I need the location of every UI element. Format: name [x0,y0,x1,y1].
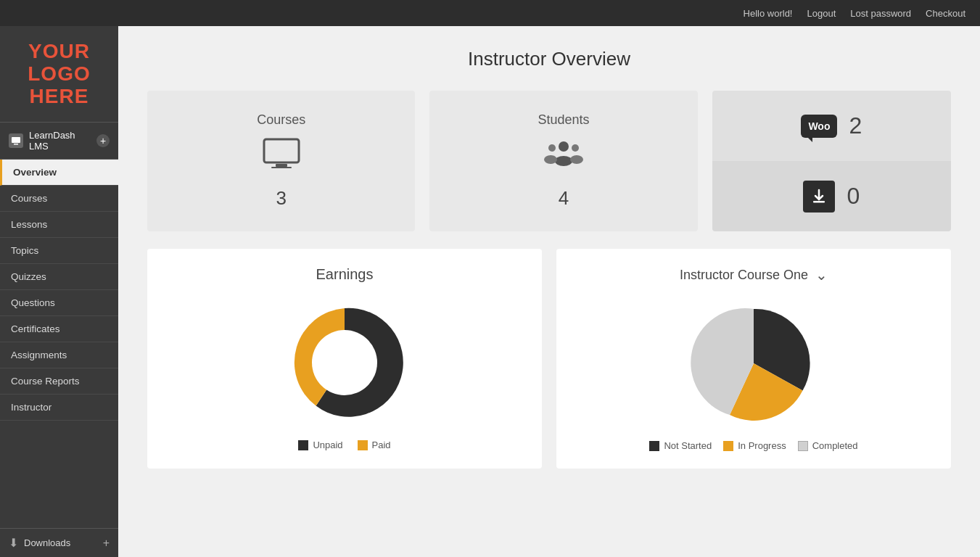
sidebar-learndash-section[interactable]: LearnDash LMS + [0,123,118,160]
svg-point-12 [312,330,377,395]
sidebar-item-certificates[interactable]: Certificates [0,316,118,342]
unpaid-label: Unpaid [313,440,342,450]
students-icon [543,138,584,177]
woo-card-bottom: 0 [712,161,951,231]
svg-rect-4 [271,167,292,168]
courses-card: Courses 3 [147,91,415,231]
sidebar-item-overview-label: Overview [13,167,57,178]
students-label: Students [538,112,589,128]
sidebar-item-course-reports[interactable]: Course Reports [0,368,118,395]
learndash-icon [9,133,23,148]
woo-card: Woo 2 0 [712,91,951,231]
page-title: Instructor Overview [147,48,951,70]
course-legend: Not Started In Progress Completed [649,440,857,451]
in-progress-swatch [723,441,733,451]
unpaid-color-swatch [298,440,308,450]
sidebar-item-courses-label: Courses [11,193,47,204]
sidebar-item-courses[interactable]: Courses [0,186,118,212]
sidebar-item-course-reports-label: Course Reports [11,376,80,387]
sidebar-item-instructor[interactable]: Instructor [0,395,118,421]
bottom-row: Earnings Unpaid [147,249,951,469]
woo-count: 2 [849,112,862,139]
course-dropdown-icon[interactable]: ⌄ [815,266,828,284]
sidebar-item-topics-label: Topics [11,245,38,256]
svg-point-5 [559,141,569,152]
paid-color-swatch [358,440,368,450]
legend-paid: Paid [358,440,391,450]
woo-download-count: 0 [847,183,860,210]
monitor-icon [263,138,300,177]
svg-rect-1 [14,144,18,145]
sidebar-item-quizzes-label: Quizzes [11,271,46,282]
logout-link[interactable]: Logout [807,8,836,19]
sidebar-item-assignments-label: Assignments [11,350,67,360]
sidebar-item-instructor-label: Instructor [11,402,52,413]
completed-label: Completed [812,440,858,451]
courses-count: 3 [276,187,286,210]
downloads-icon: ⬇ [9,536,18,550]
legend-in-progress: In Progress [723,440,786,451]
paid-label: Paid [372,440,391,450]
download-box-icon [803,181,835,213]
svg-point-6 [555,156,572,166]
earnings-card: Earnings Unpaid [147,249,542,469]
learndash-add-icon[interactable]: + [96,134,110,147]
courses-label: Courses [257,112,305,128]
checkout-link[interactable]: Checkout [926,8,965,19]
completed-swatch [798,441,808,451]
sidebar-item-quizzes[interactable]: Quizzes [0,264,118,290]
legend-unpaid: Unpaid [298,440,342,450]
in-progress-label: In Progress [738,440,786,451]
svg-rect-11 [813,201,825,203]
woo-badge: Woo [801,115,837,138]
topbar: Hello world! Logout Lost password Checko… [0,0,980,26]
sidebar-item-lessons-label: Lessons [11,219,47,230]
svg-point-7 [548,144,556,152]
earnings-legend: Unpaid Paid [298,440,390,450]
lost-password-link[interactable]: Lost password [850,8,911,19]
hello-text: Hello world! [744,8,793,19]
sidebar-item-certificates-label: Certificates [11,323,60,334]
sidebar-item-questions-label: Questions [11,297,55,308]
svg-rect-0 [12,137,20,143]
sidebar-item-lessons[interactable]: Lessons [0,212,118,238]
learndash-title: LearnDash LMS [29,130,91,152]
legend-not-started: Not Started [649,440,712,451]
earnings-chart [279,297,410,428]
sidebar-item-topics[interactable]: Topics [0,238,118,264]
sidebar-item-questions[interactable]: Questions [0,290,118,316]
not-started-swatch [649,441,659,451]
students-count: 4 [559,187,569,210]
students-card: Students 4 [429,91,697,231]
downloads-add-icon[interactable]: + [103,537,110,550]
sidebar-nav: Overview Courses Lessons Topics Quizzes … [0,160,118,528]
earnings-donut-svg [279,297,410,428]
logo-text: YOUR LOGO HERE [11,41,107,107]
main-layout: YOUR LOGO HERE LearnDash LMS + Overview … [0,26,980,557]
svg-rect-3 [276,164,287,167]
course-progress-card: Instructor Course One ⌄ [556,249,951,469]
downloads-label: Downloads [24,537,97,548]
svg-point-8 [544,155,557,164]
sidebar-logo: YOUR LOGO HERE [0,26,118,123]
svg-point-9 [572,144,579,152]
legend-completed: Completed [798,440,858,451]
course-header: Instructor Course One ⌄ [680,266,828,284]
main-content: Instructor Overview Courses 3 Students [118,26,980,557]
sidebar-item-assignments[interactable]: Assignments [0,342,118,368]
svg-rect-2 [264,139,299,162]
not-started-label: Not Started [664,440,712,451]
stats-row: Courses 3 Students [147,91,951,231]
woo-card-top: Woo 2 [712,91,951,161]
svg-point-10 [570,155,583,164]
course-title: Instructor Course One [680,268,808,283]
sidebar-item-overview[interactable]: Overview [0,160,118,186]
earnings-title: Earnings [316,266,374,283]
sidebar-downloads-section[interactable]: ⬇ Downloads + [0,528,118,557]
course-pie-chart [688,298,819,429]
sidebar: YOUR LOGO HERE LearnDash LMS + Overview … [0,26,118,557]
course-pie-svg [688,298,819,429]
